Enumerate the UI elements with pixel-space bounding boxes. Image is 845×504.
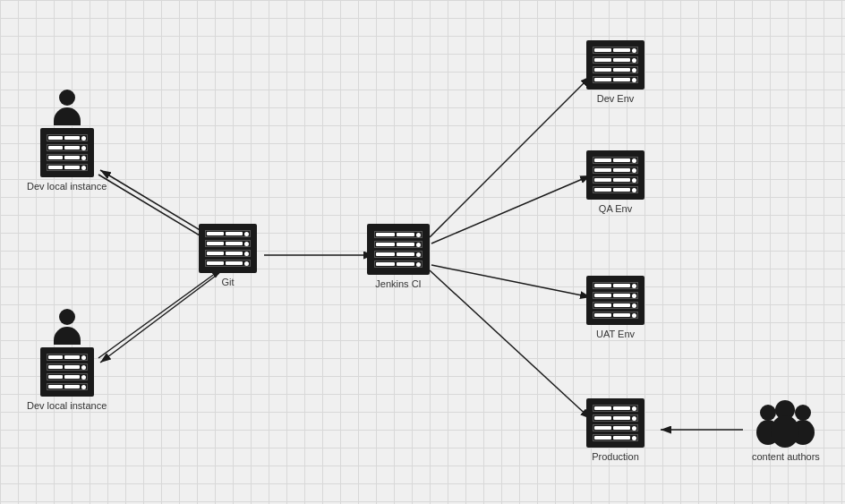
diagram-container: Dev local instance Dev local instance Gi…	[0, 0, 845, 504]
dev-local-1-label: Dev local instance	[27, 181, 107, 192]
uatenv-label: UAT Env	[596, 329, 635, 339]
git-node: Git	[199, 224, 257, 287]
svg-line-8	[431, 175, 591, 243]
svg-line-9	[431, 265, 591, 297]
jenkins-node: Jenkins CI	[367, 224, 430, 289]
svg-line-10	[430, 270, 591, 419]
devenv-label: Dev Env	[597, 93, 635, 104]
person-icon-2	[54, 309, 81, 345]
server-icon-devenv	[586, 40, 644, 90]
git-label: Git	[221, 277, 234, 287]
svg-line-7	[430, 76, 591, 237]
dev-local-1-node: Dev local instance	[27, 90, 107, 192]
devenv-node: Dev Env	[586, 40, 644, 104]
prod-label: Production	[592, 451, 639, 462]
server-icon-prod	[586, 398, 644, 448]
server-icon-dev2	[40, 347, 94, 397]
uatenv-node: UAT Env	[586, 276, 644, 339]
content-authors-label: content authors	[752, 451, 820, 462]
svg-point-12	[760, 405, 776, 421]
server-icon-dev1	[40, 128, 94, 177]
person-icon-1	[54, 90, 81, 125]
dev-local-2-node: Dev local instance	[27, 309, 107, 411]
svg-point-17	[771, 415, 799, 448]
server-icon-qaenv	[586, 150, 644, 200]
server-icon-git	[199, 224, 257, 273]
content-authors-node: content authors	[752, 398, 820, 462]
qaenv-label: QA Env	[599, 203, 632, 214]
qaenv-node: QA Env	[586, 150, 644, 214]
server-icon-jenkins	[367, 224, 430, 275]
dev-local-2-label: Dev local instance	[27, 400, 107, 411]
svg-point-14	[795, 405, 811, 421]
prod-node: Production	[586, 398, 644, 462]
server-icon-uatenv	[586, 276, 644, 325]
jenkins-label: Jenkins CI	[375, 278, 421, 289]
content-authors-icon	[752, 398, 819, 448]
